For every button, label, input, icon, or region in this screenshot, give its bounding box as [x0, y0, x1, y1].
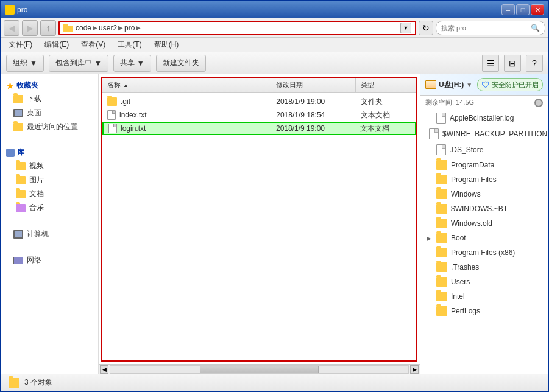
sidebar-item-doc[interactable]: 文档 — [1, 187, 98, 201]
include-library-button[interactable]: 包含到库中 ▼ — [49, 55, 108, 72]
menu-tools[interactable]: 工具(T) — [115, 38, 144, 51]
search-box[interactable]: 🔍 — [436, 21, 545, 35]
right-panel-header: U盘(H:) ▼ 🛡 安全防护已开启 — [420, 74, 548, 96]
crumb-pro[interactable]: pro — [124, 24, 135, 32]
sidebar-item-network[interactable]: 网络 — [1, 253, 98, 267]
menu-file[interactable]: 文件(F) — [6, 38, 35, 51]
right-panel-item-12[interactable]: Intel — [420, 289, 548, 304]
right-panel-item-8[interactable]: ▶Boot — [420, 231, 548, 245]
sidebar-item-music[interactable]: 音乐 — [1, 201, 98, 215]
star-icon: ★ — [6, 81, 14, 91]
sidebar-network-label: 网络 — [27, 255, 41, 265]
right-file-icon-0 — [436, 113, 446, 124]
sidebar-item-download[interactable]: 下载 — [1, 92, 98, 106]
sidebar-item-image[interactable]: 图片 — [1, 173, 98, 187]
view-toggle-button[interactable]: ☰ — [482, 55, 499, 72]
new-folder-button[interactable]: 新建文件夹 — [156, 55, 206, 72]
right-panel-item-4[interactable]: Program Files — [420, 172, 548, 187]
right-item-label-5: Windows — [451, 190, 481, 198]
search-input[interactable] — [441, 24, 528, 32]
sidebar-favorites-header[interactable]: ★ 收藏夹 — [1, 79, 98, 92]
organize-button[interactable]: 组织 ▼ — [6, 55, 44, 72]
col-header-date[interactable]: 修改日期 — [271, 78, 356, 92]
right-panel-item-11[interactable]: Users — [420, 275, 548, 289]
address-dropdown[interactable]: ▼ — [400, 23, 411, 33]
view-details-button[interactable]: ⊟ — [504, 55, 521, 72]
col-header-name[interactable]: 名称 ▲ — [102, 78, 271, 92]
organize-label: 组织 — [13, 58, 27, 68]
sidebar-library-section: 库 视频 图片 文档 音乐 — [1, 146, 98, 215]
address-crumb: code ▶ user2 ▶ pro ▶ — [76, 24, 141, 32]
crumb-user2[interactable]: user2 — [99, 24, 117, 32]
crumb-sep-2: ▶ — [118, 24, 123, 31]
music-icon — [16, 204, 26, 212]
right-panel-item-0[interactable]: AppleBcInstaller.log — [420, 110, 548, 126]
address-box[interactable]: code ▶ user2 ▶ pro ▶ ▼ — [58, 21, 416, 35]
file-type-git: 文件夹 — [356, 97, 416, 107]
content-area: ★ 收藏夹 下载 桌面 最近访问的位置 — [1, 74, 548, 374]
right-item-label-4: Program Files — [451, 175, 497, 184]
right-panel-item-1[interactable]: $WINRE_BACKUP_PARTITION.... — [420, 126, 548, 142]
drive-dropdown-icon[interactable]: ▼ — [466, 82, 472, 88]
share-button[interactable]: 共享 ▼ — [113, 55, 151, 72]
up-button[interactable]: ↑ — [40, 20, 56, 36]
refresh-button[interactable]: ↻ — [419, 21, 433, 35]
right-item-label-7: Windows.old — [451, 219, 492, 228]
right-panel-item-9[interactable]: Program Files (x86) — [420, 245, 548, 260]
file-item-git[interactable]: .git 2018/1/9 19:00 文件夹 — [102, 95, 416, 108]
drive-icon — [425, 80, 436, 89]
horizontal-scrollbar[interactable]: ◀ ▶ — [99, 364, 420, 374]
back-button[interactable]: ◀ — [4, 20, 19, 36]
maximize-button[interactable]: □ — [516, 4, 530, 15]
sidebar-item-recent[interactable]: 最近访问的位置 — [1, 120, 98, 134]
right-panel-item-3[interactable]: ProgramData — [420, 158, 548, 172]
scroll-right-button[interactable]: ▶ — [410, 365, 419, 374]
sidebar-library-header[interactable]: 库 — [1, 146, 98, 159]
right-item-label-2: .DS_Store — [450, 145, 483, 154]
sidebar-desktop-label: 桌面 — [27, 108, 41, 118]
sidebar-doc-label: 文档 — [29, 189, 44, 199]
gear-icon[interactable] — [534, 99, 543, 107]
file-item-login[interactable]: login.txt 2018/1/9 19:00 文本文档 — [102, 122, 416, 135]
col-header-type[interactable]: 类型 — [356, 78, 416, 92]
menu-edit[interactable]: 编辑(E) — [42, 38, 71, 51]
right-panel-item-5[interactable]: Windows — [420, 187, 548, 201]
menu-help[interactable]: 帮助(H) — [152, 38, 182, 51]
drive-label: U盘(H:) ▼ — [425, 80, 472, 90]
scroll-left-button[interactable]: ◀ — [100, 365, 108, 374]
right-folder-icon-3 — [436, 160, 447, 170]
menu-bar: 文件(F) 编辑(E) 查看(V) 工具(T) 帮助(H) — [1, 38, 548, 52]
right-panel-item-10[interactable]: .Trashes — [420, 260, 548, 275]
sidebar-computer-section: 计算机 — [1, 227, 98, 241]
right-item-label-1: $WINRE_BACKUP_PARTITION.... — [442, 130, 548, 138]
right-item-label-3: ProgramData — [451, 161, 494, 169]
status-folder-icon — [9, 378, 19, 388]
svg-rect-1 — [63, 26, 73, 32]
help-button[interactable]: ? — [526, 55, 543, 72]
right-folder-icon-4 — [436, 175, 447, 184]
right-item-label-11: Users — [451, 278, 470, 286]
git-folder-icon — [107, 97, 117, 106]
menu-view[interactable]: 查看(V) — [79, 38, 108, 51]
minimize-button[interactable]: – — [501, 4, 515, 15]
file-name-index: index.txt — [102, 110, 271, 120]
scroll-thumb[interactable] — [200, 366, 319, 373]
recent-folder-icon — [13, 123, 23, 131]
close-button[interactable]: ✕ — [531, 4, 544, 15]
right-panel-item-7[interactable]: Windows.old — [420, 216, 548, 231]
sidebar-item-computer[interactable]: 计算机 — [1, 227, 98, 241]
sidebar-item-desktop[interactable]: 桌面 — [1, 106, 98, 120]
right-panel-item-6[interactable]: $WINDOWS.~BT — [420, 201, 548, 216]
share-dropdown-icon: ▼ — [137, 59, 144, 68]
sidebar-download-label: 下载 — [27, 94, 41, 104]
svg-rect-0 — [7, 7, 13, 13]
right-panel-item-13[interactable]: PerfLogs — [420, 304, 548, 318]
scroll-track[interactable] — [110, 365, 409, 374]
window-controls: – □ ✕ — [501, 4, 544, 15]
crumb-code[interactable]: code — [76, 24, 91, 32]
right-panel-item-2[interactable]: .DS_Store — [420, 142, 548, 158]
file-item-index[interactable]: index.txt 2018/1/9 18:54 文本文档 — [102, 108, 416, 122]
sidebar-video-label: 视频 — [29, 161, 44, 171]
forward-button[interactable]: ▶ — [22, 20, 38, 36]
sidebar-item-video[interactable]: 视频 — [1, 159, 98, 173]
